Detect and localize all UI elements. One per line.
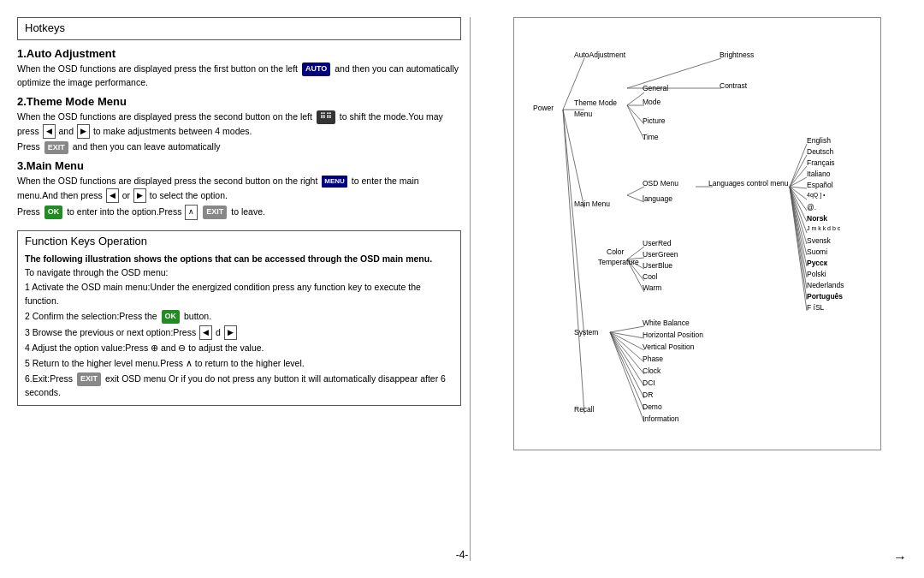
node-netherlands: Nederlands — [807, 281, 844, 289]
svg-line-40 — [610, 332, 644, 410]
node-info: Information — [643, 414, 679, 423]
node-suomi: Suomi — [807, 247, 827, 256]
node-dr: DR — [643, 390, 653, 399]
function-step5: 5 Return to the higher level menu.Press … — [25, 357, 453, 371]
confirm-ok-badge: OK — [162, 310, 181, 324]
main-menu-badge: MENU — [322, 176, 347, 188]
svg-line-42 — [627, 58, 721, 88]
right-panel: Power AutoAdjustment Theme Mode Menu Mai… — [479, 17, 907, 561]
svg-line-41 — [610, 332, 644, 422]
node-dci: DCI — [643, 378, 655, 387]
theme-arrow-right: ▶ — [77, 124, 90, 140]
node-svensk: Svensk — [807, 236, 831, 245]
node-general: General — [643, 84, 668, 92]
node-system: System — [574, 328, 598, 337]
svg-line-37 — [610, 332, 644, 374]
node-main-menu: Main Menu — [574, 200, 610, 208]
node-time: Time — [643, 133, 659, 141]
node-phase: Phase — [643, 355, 663, 363]
main-caret: ∧ — [185, 205, 198, 220]
node-theme: Theme Mode — [574, 98, 617, 107]
svg-line-9 — [627, 187, 644, 195]
svg-line-21 — [790, 187, 807, 244]
exit-badge-final: EXIT — [77, 372, 101, 386]
hotkeys-box: Hotkeys — [17, 17, 461, 40]
node-at: @. — [807, 203, 816, 212]
svg-line-10 — [627, 195, 644, 202]
svg-line-5 — [627, 92, 644, 105]
svg-line-8 — [627, 105, 644, 140]
node-demo: Demo — [643, 402, 662, 411]
node-menu-label: Menu — [574, 110, 592, 118]
svg-line-16 — [790, 187, 807, 188]
browse-arrow-left: ◀ — [199, 325, 212, 341]
function-para2: To navigate through the OSD menu: — [25, 266, 453, 280]
function-step3: 3 Browse the previous or next option:Pre… — [25, 325, 453, 341]
node-temperature: Temperature — [598, 258, 639, 266]
node-osd-menu: OSD Menu — [643, 179, 678, 188]
svg-line-3 — [563, 110, 584, 337]
node-francais: Français — [807, 158, 835, 167]
node-color: Color — [607, 247, 624, 256]
main-ok-badge: OK — [44, 206, 63, 219]
theme-mode-desc2: Press EXIT and then you can leave automa… — [17, 140, 461, 154]
node-deutsch: Deutsch — [807, 147, 833, 156]
node-num: 4qQ ] • — [807, 192, 826, 198]
node-vert: Vertical Position — [643, 343, 694, 351]
auto-badge: AUTO — [302, 63, 330, 76]
node-usergreen: UserGreen — [643, 250, 678, 259]
main-menu-heading: 3.Main Menu — [17, 159, 461, 172]
osd-diagram: Power AutoAdjustment Theme Mode Menu Mai… — [513, 17, 881, 450]
node-clock: Clock — [643, 366, 660, 375]
function-keys-title: Function Keys Operation — [25, 235, 453, 247]
main-desc6: to leave. — [231, 206, 265, 217]
function-step4: 4 Adjust the option value:Press ⊕ and ⊖ … — [25, 342, 453, 355]
main-desc5: to enter into the option.Press — [67, 206, 181, 217]
svg-line-39 — [610, 332, 644, 398]
auto-desc1: When the OSD functions are displayed pre… — [17, 63, 298, 74]
main-menu-section: 3.Main Menu When the OSD functions are d… — [17, 159, 461, 220]
main-menu-desc2: Press OK to enter into the option.Press … — [17, 205, 461, 220]
theme-mode-section: 2.Theme Mode Menu When the OSD functions… — [17, 95, 461, 154]
function-step1: 1 Activate the OSD main menu:Under the e… — [25, 281, 453, 308]
main-arrow-left: ◀ — [106, 188, 119, 204]
node-russk: Русск — [807, 259, 827, 267]
node-brightness: Brightness — [720, 51, 754, 59]
theme-mode-heading: 2.Theme Mode Menu — [17, 95, 461, 108]
function-para1: The following illustration shows the opt… — [25, 253, 453, 266]
main-menu-desc1: When the OSD functions are displayed pre… — [17, 175, 461, 203]
function-keys-box: Function Keys Operation The following il… — [17, 230, 461, 406]
node-language: language — [643, 194, 672, 203]
main-desc1: When the OSD functions are displayed pre… — [17, 176, 317, 186]
tree-container: Power AutoAdjustment Theme Mode Menu Mai… — [524, 28, 870, 439]
theme-desc1: When the OSD functions are displayed pre… — [17, 111, 312, 122]
page-container: Hotkeys 1.Auto Adjustment When the OSD f… — [0, 0, 924, 578]
page-number: -4- — [456, 549, 469, 561]
main-desc3: to select the option. — [150, 189, 228, 200]
main-or: or — [122, 189, 133, 200]
function-step2: 2 Confirm the selection:Press the OK but… — [25, 310, 453, 324]
theme-press: Press — [17, 141, 40, 152]
auto-adjustment-section: 1.Auto Adjustment When the OSD functions… — [17, 47, 461, 90]
node-white-bal: White Balance — [643, 319, 690, 327]
theme-arrow-left: ◀ — [43, 124, 56, 140]
node-jmkk: J m k k d b c — [807, 225, 840, 231]
auto-adjustment-desc: When the OSD functions are displayed pre… — [17, 63, 461, 90]
node-english: English — [807, 136, 831, 145]
svg-line-12 — [790, 144, 807, 187]
theme-exit-badge: EXIT — [44, 141, 68, 155]
theme-desc3: to make adjustments between 4 modes. — [93, 125, 252, 135]
main-arrow-right: ▶ — [133, 188, 146, 204]
auto-adjustment-heading: 1.Auto Adjustment — [17, 47, 461, 60]
node-contrast: Contrast — [720, 81, 747, 90]
node-norsk: Norsk — [807, 214, 827, 223]
svg-line-14 — [790, 166, 807, 187]
main-press: Press — [17, 206, 40, 217]
node-horiz: Horizontal Position — [643, 331, 703, 339]
node-recall: Recall — [574, 405, 595, 414]
theme-and: and — [59, 125, 74, 135]
node-polski: Polski — [807, 270, 826, 278]
browse-arrow-right: ▶ — [224, 325, 237, 341]
svg-line-4 — [563, 110, 584, 414]
svg-line-7 — [627, 105, 644, 124]
